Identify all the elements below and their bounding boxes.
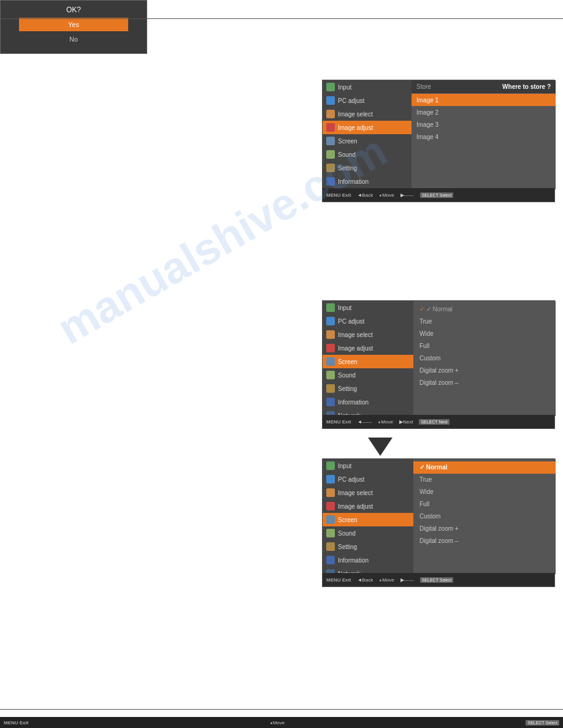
p2-move: ⬧Move	[270, 720, 285, 726]
p3-select: SELECT Next	[419, 419, 449, 425]
p3-menu-exit: MENU Exit	[326, 419, 351, 425]
p4-submenu-custom[interactable]: Custom	[413, 510, 556, 523]
imgadj-icon	[326, 123, 335, 132]
setting-icon	[326, 384, 335, 393]
p3-menu-info[interactable]: Information	[323, 395, 413, 409]
panel1-right-store: Store Where to store ? Image 1 Image 2 I…	[412, 80, 556, 189]
imgsel-icon	[326, 488, 335, 497]
menu-item-input[interactable]: Input	[323, 80, 412, 94]
store-item-1[interactable]: Image 1	[412, 94, 556, 106]
p3-menu-screen[interactable]: Screen ▶	[323, 355, 413, 368]
panel1-left-menu: Input PC adjust Image select Image adjus…	[323, 80, 412, 189]
p3-menu-imgsel[interactable]: Image select	[323, 328, 413, 341]
p1-select: SELECT Select	[420, 192, 454, 198]
menu-item-pcadjust[interactable]: PC adjust	[323, 94, 412, 107]
p3-submenu-dzoomplus[interactable]: Digital zoom +	[413, 365, 556, 377]
menu-item-imageselect[interactable]: Image select	[323, 107, 412, 121]
menu-item-screen[interactable]: Screen	[323, 134, 412, 148]
panel4-left-menu: Input PC adjust Image select Image adjus…	[323, 459, 413, 574]
info-icon	[326, 177, 335, 186]
ok-yes-button[interactable]: Yes	[19, 18, 128, 31]
p4-submenu-full[interactable]: Full	[413, 498, 556, 510]
p3-submenu-true[interactable]: True	[413, 316, 556, 328]
arrow-right-icon: ◄	[402, 124, 408, 131]
p4-menu-sound[interactable]: Sound	[323, 526, 413, 540]
p4-menu-pcadjust[interactable]: PC adjust	[323, 472, 413, 486]
p4-menu-input[interactable]: Input	[323, 459, 413, 472]
input-icon	[326, 461, 335, 470]
store-item-3[interactable]: Image 3	[412, 118, 556, 131]
input-icon	[326, 303, 335, 312]
p3-menu-sound[interactable]: Sound	[323, 368, 413, 382]
p4-submenu-true[interactable]: True	[413, 474, 556, 486]
panel1-statusbar: MENU Exit ◄Back ⬧Move ▶------ SELECT Sel…	[323, 188, 554, 202]
p3-submenu-normal[interactable]: ✓ Normal	[413, 303, 556, 316]
store-item-2[interactable]: Image 2	[412, 106, 556, 118]
store-item-4[interactable]: Image 4	[412, 131, 556, 143]
p4-menu-imgsel[interactable]: Image select	[323, 486, 413, 499]
screen-icon	[326, 357, 335, 366]
p4-menu-setting[interactable]: Setting	[323, 540, 413, 553]
p3-next: ▶Next	[399, 419, 413, 425]
menu-item-imageadjust[interactable]: Image adjust ◄	[323, 121, 412, 134]
down-arrow-shape	[368, 438, 393, 456]
info-icon	[326, 556, 335, 564]
p3-menu-input[interactable]: Input	[323, 301, 413, 314]
p4-select: SELECT Select	[420, 577, 454, 583]
p3-submenu-custom[interactable]: Custom	[413, 352, 556, 365]
p4-menu-screen[interactable]: Screen ◄	[323, 513, 413, 526]
panel4-statusbar: MENU Exit ◄Back ⬧Move ▶------ SELECT Sel…	[323, 573, 554, 586]
p3-back: ◄------	[357, 419, 372, 425]
p1-move: ⬧Move	[379, 192, 394, 198]
p4-dash: ▶------	[400, 577, 414, 583]
panel2-ok-dialog: OK? Yes No MENU Exit ⬧Move SELECT Select	[0, 0, 147, 54]
arrow-left-icon: ◄	[361, 517, 367, 523]
p3-submenu-wide[interactable]: Wide	[413, 328, 556, 340]
sound-icon	[326, 150, 335, 159]
store-header: Store Where to store ?	[412, 80, 556, 94]
store-title: Store	[416, 83, 431, 90]
p1-back: ◄Back	[357, 192, 373, 198]
p4-submenu-wide[interactable]: Wide	[413, 486, 556, 498]
menu-item-information[interactable]: Information	[323, 175, 412, 188]
panel4-screen-normal: Input PC adjust Image select Image adjus…	[322, 458, 555, 587]
p4-submenu-dzoomplus[interactable]: Digital zoom +	[413, 523, 556, 535]
imgsel-icon	[326, 330, 335, 339]
imgadj-icon	[326, 344, 335, 352]
p4-menu-imgadj[interactable]: Image adjust	[323, 499, 413, 513]
p4-submenu-dzoomminus[interactable]: Digital zoom –	[413, 535, 556, 547]
p4-menu-info[interactable]: Information	[323, 553, 413, 567]
info-icon	[326, 398, 335, 406]
p3-menu-imgadj[interactable]: Image adjust	[323, 341, 413, 355]
imgsel-icon	[326, 110, 335, 118]
p1-dash: ▶------	[400, 192, 414, 198]
panel3-statusbar: MENU Exit ◄------ ⬧Move ▶Next SELECT Nex…	[323, 415, 554, 428]
setting-icon	[326, 542, 335, 551]
p3-move: ⬧Move	[378, 419, 393, 425]
p3-menu-setting[interactable]: Setting	[323, 382, 413, 395]
screen-icon	[326, 137, 335, 145]
panel2-statusbar: MENU Exit ⬧Move SELECT Select	[0, 717, 563, 728]
p3-submenu-full[interactable]: Full	[413, 340, 556, 352]
setting-icon	[326, 164, 335, 172]
sound-icon	[326, 371, 335, 379]
p2-select: SELECT Select	[526, 720, 559, 726]
down-arrow	[368, 438, 393, 456]
menu-item-setting[interactable]: Setting	[323, 161, 412, 175]
p4-menu-exit: MENU Exit	[326, 577, 351, 583]
ok-no-button[interactable]: No	[1, 34, 147, 45]
panel3-left-menu: Input PC adjust Image select Image adjus…	[323, 301, 413, 416]
p3-menu-pcadjust[interactable]: PC adjust	[323, 314, 413, 328]
imgadj-icon	[326, 502, 335, 510]
pc-icon	[326, 317, 335, 325]
panel3-right-submenu: ✓ Normal True Wide Full Custom Digital z…	[413, 301, 556, 416]
p2-menu-exit: MENU Exit	[4, 720, 28, 726]
input-icon	[326, 83, 335, 91]
chevron-right-icon: ▶	[405, 358, 410, 365]
p4-submenu-normal[interactable]: ✓ Normal	[413, 461, 556, 474]
p4-move: ⬧Move	[379, 577, 394, 583]
panel3-screen-menu: Input PC adjust Image select Image adjus…	[322, 300, 555, 429]
menu-item-sound[interactable]: Sound	[323, 148, 412, 161]
pc-icon	[326, 96, 335, 105]
p3-submenu-dzoomminus[interactable]: Digital zoom –	[413, 377, 556, 389]
